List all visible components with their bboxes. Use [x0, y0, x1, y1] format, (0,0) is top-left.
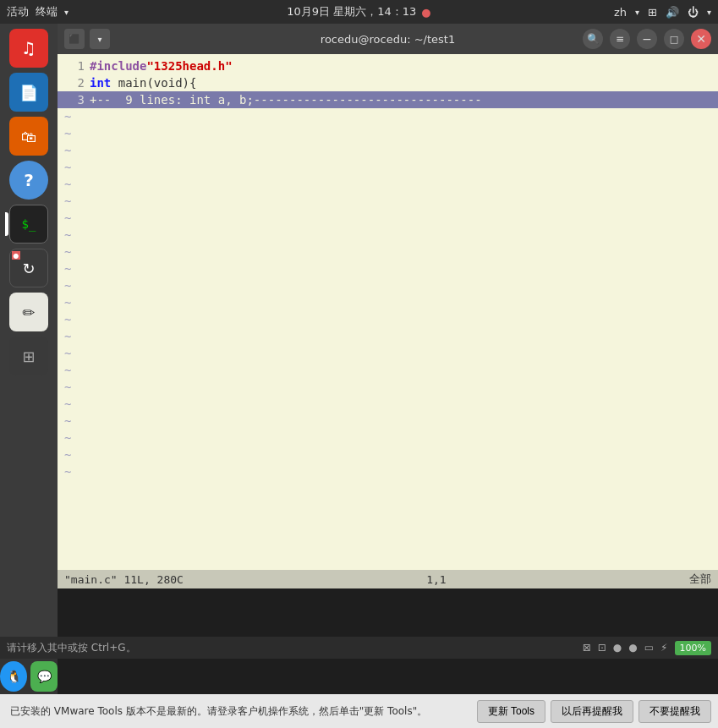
- maximize-icon: □: [670, 34, 678, 45]
- titlebar-left: ⬛ ▾: [64, 29, 110, 49]
- sidebar-item-music[interactable]: ♫: [9, 29, 48, 68]
- tilde-5: ~: [58, 176, 718, 193]
- line-content-1: #include"1325head.h": [90, 59, 233, 73]
- sidebar-item-bottom1[interactable]: 🐧: [0, 661, 27, 692]
- line-content-2: int main(void){: [90, 76, 196, 90]
- vmware-buttons: 更新 Tools 以后再提醒我 不要提醒我: [477, 700, 718, 723]
- line-number-3: 3: [61, 93, 85, 107]
- tilde-8: ~: [58, 227, 718, 244]
- vim-line-3: 3 +-- 9 lines: int a, b;----------------…: [58, 91, 718, 108]
- minimize-button[interactable]: −: [637, 29, 657, 49]
- sidebar-item-update[interactable]: ↻ ●: [9, 249, 48, 287]
- update-icon: ↻: [22, 260, 35, 277]
- sidebar-item-terminal[interactable]: $_: [9, 205, 48, 244]
- tilde-15: ~: [58, 345, 718, 362]
- tilde-11: ~: [58, 277, 718, 294]
- menu-button[interactable]: ≡: [610, 29, 630, 49]
- search-icon: 🔍: [587, 33, 600, 45]
- vim-status-bar: "main.c" 11L, 280C 1,1 全部: [58, 570, 718, 588]
- remind-later-button[interactable]: 以后再提醒我: [551, 700, 633, 723]
- sidebar-item-wechat[interactable]: 💬: [30, 661, 58, 692]
- hint-text: 请计移入其中或按 Ctrl+G。: [7, 641, 136, 655]
- tilde-22: ~: [58, 463, 718, 480]
- store-icon: 🛍: [21, 128, 36, 145]
- tilde-2: ~: [58, 125, 718, 142]
- terminal-dropdown[interactable]: ▾: [90, 29, 110, 49]
- datetime: 10月9日 星期六，14：13: [287, 4, 416, 19]
- terminal-window: ⬛ ▾ rocedu@rocedu: ~/test1 🔍 ≡ − □ ✕: [58, 24, 718, 588]
- top-bar: 活动 终端 ▾ 10月9日 星期六，14：13 ● zh ▾ ⊞ 🔊 ⏻ ▾: [0, 0, 718, 24]
- terminal-icon: $_: [22, 217, 36, 231]
- vim-line-1: 1 #include"1325head.h": [58, 57, 718, 74]
- terminal-nav-icon[interactable]: ⬛: [64, 29, 85, 49]
- writer-icon: 📄: [19, 84, 38, 101]
- battery-label: 100%: [675, 641, 711, 655]
- network-status-icon2: ⊡: [598, 642, 606, 654]
- tilde-21: ~: [58, 446, 718, 463]
- tilde-3: ~: [58, 142, 718, 159]
- line-number-2: 2: [61, 76, 85, 90]
- dot-indicator: ●: [421, 6, 430, 19]
- top-bar-right: zh ▾ ⊞ 🔊 ⏻ ▾: [614, 6, 711, 19]
- sidebar-item-help[interactable]: ?: [9, 161, 48, 200]
- lang-label[interactable]: zh: [614, 6, 627, 19]
- vmware-notification-bar: 已安装的 VMware Tools 版本不是最新的。请登录客户机操作系统，然后单…: [0, 694, 718, 728]
- tilde-17: ~: [58, 379, 718, 396]
- search-button[interactable]: 🔍: [583, 29, 603, 49]
- volume-icon: 🔊: [666, 6, 679, 19]
- bottom-dock: 🐧 💬: [0, 659, 58, 694]
- top-bar-center: 10月9日 星期六，14：13 ●: [287, 4, 430, 19]
- sound-status-icon: ●: [613, 642, 622, 654]
- tilde-10: ~: [58, 260, 718, 277]
- top-bar-left: 活动 终端 ▾: [7, 4, 69, 19]
- sidebar-item-grid[interactable]: ⊞: [9, 337, 48, 375]
- tilde-12: ~: [58, 294, 718, 311]
- minimize-icon: −: [642, 32, 652, 46]
- vmware-message: 已安装的 VMware Tools 版本不是最新的。请登录客户机操作系统，然后单…: [10, 705, 427, 717]
- never-remind-button[interactable]: 不要提醒我: [639, 700, 711, 723]
- tilde-14: ~: [58, 328, 718, 345]
- tilde-4: ~: [58, 159, 718, 176]
- close-button[interactable]: ✕: [691, 29, 711, 49]
- power-plug-icon: ⚡: [660, 642, 667, 654]
- vim-editor[interactable]: 1 #include"1325head.h" 2 int main(void){…: [58, 54, 718, 570]
- tilde-6: ~: [58, 193, 718, 210]
- vim-line-2: 2 int main(void){: [58, 74, 718, 91]
- terminal-label[interactable]: 终端: [36, 4, 58, 19]
- update-tools-button[interactable]: 更新 Tools: [477, 700, 545, 723]
- sidebar: ♫ 📄 🛍 ? $_ ↻ ● ✏ ⊞: [0, 24, 58, 694]
- tilde-1: ~: [58, 108, 718, 125]
- tilde-area: ~ ~ ~ ~ ~ ~ ~ ~ ~ ~ ~ ~ ~ ~ ~ ~ ~ ~ ~ ~ …: [58, 108, 718, 480]
- terminal-hint-bar: 请计移入其中或按 Ctrl+G。 ⊠ ⊡ ● ● ▭ ⚡ 100%: [0, 637, 718, 659]
- vim-cursor-pos: 1,1: [426, 573, 446, 586]
- chevron-icon: ▾: [64, 8, 69, 17]
- ubuntu-icon: 🐧: [7, 670, 21, 683]
- vim-file-info: "main.c" 11L, 280C: [64, 573, 184, 586]
- sidebar-item-store[interactable]: 🛍: [9, 117, 48, 156]
- tilde-18: ~: [58, 396, 718, 413]
- line-content-3: +-- 9 lines: int a, b;------------------…: [90, 93, 482, 107]
- close-icon: ✕: [696, 32, 706, 46]
- grid-icon: ⊞: [22, 348, 35, 365]
- edit-icon: ✏: [22, 304, 35, 321]
- power-icon: ⏻: [688, 6, 699, 19]
- vim-scroll-pos: 全部: [689, 572, 711, 587]
- tilde-19: ~: [58, 413, 718, 430]
- tilde-9: ~: [58, 244, 718, 260]
- network-icon: ⊞: [648, 6, 657, 19]
- sidebar-item-edit[interactable]: ✏: [9, 293, 48, 331]
- terminal-titlebar: ⬛ ▾ rocedu@rocedu: ~/test1 🔍 ≡ − □ ✕: [58, 24, 718, 54]
- maximize-button[interactable]: □: [664, 29, 684, 49]
- tilde-16: ~: [58, 362, 718, 379]
- menu-icon: ≡: [616, 33, 624, 45]
- activities-label[interactable]: 活动: [7, 4, 29, 19]
- keyboard-icon: ▭: [644, 642, 654, 654]
- sidebar-item-writer[interactable]: 📄: [9, 73, 48, 112]
- line-number-1: 1: [61, 59, 85, 73]
- help-icon: ?: [24, 170, 34, 190]
- power-chevron: ▾: [707, 8, 711, 17]
- titlebar-controls: 🔍 ≡ − □ ✕: [583, 29, 711, 49]
- tilde-20: ~: [58, 430, 718, 446]
- window-title: rocedu@rocedu: ~/test1: [321, 33, 455, 46]
- tilde-7: ~: [58, 210, 718, 227]
